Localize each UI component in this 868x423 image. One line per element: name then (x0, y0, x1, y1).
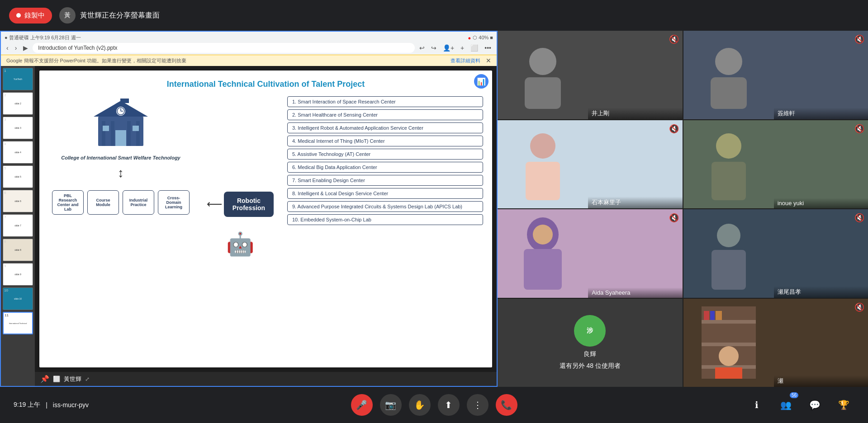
slide-title: International Technical Cultivation of T… (48, 80, 483, 89)
center-item-6: 6. Medical Big Data Application Center (287, 162, 483, 173)
more-users-count: 還有另外 48 位使用者 (560, 362, 621, 370)
separator: | (46, 401, 47, 409)
svg-rect-11 (136, 121, 140, 146)
time-display: 9:19 上午 (14, 401, 40, 409)
robot-figure: 🤖 (222, 221, 258, 267)
camera-button[interactable]: 📷 (380, 394, 402, 416)
bottom-right-controls: ℹ 👥 56 💬 🏆 (746, 394, 854, 416)
more-options-button[interactable]: ⋮ (467, 394, 489, 416)
robotic-box: Robotic Profession (224, 192, 274, 217)
participants-grid: 🔇 井上剛 🔇 簽維軒 🔇 石本麻里子 (498, 31, 868, 387)
chart-icon[interactable]: 📊 (474, 74, 489, 89)
slide-thumb-6[interactable]: 6 slide 6 (3, 190, 33, 212)
recording-button[interactable]: 錄製中 (9, 8, 52, 24)
mute-icon-5: 🔇 (669, 213, 679, 223)
redo-button[interactable]: ↪ (429, 43, 438, 52)
center-item-3: 3. Intelligent Robot & Automated Applica… (287, 122, 483, 133)
slide-thumb-10[interactable]: 10 slide 10 (3, 287, 33, 310)
slide-thumb-9[interactable]: 9 slide 9 (3, 263, 33, 286)
center-item-4: 4. Medical Internet of Thing (MIoT) Cent… (287, 136, 483, 146)
svg-rect-27 (711, 250, 746, 290)
slide-thumbnails-panel: 1 YunTech 2 slide 2 3 slide 3 4 slide 4 … (1, 66, 35, 386)
svg-rect-32 (704, 311, 709, 320)
participant-tile-inoue-yuki: 🔇 inoue yuki (683, 120, 868, 209)
more-users-container: 涉 良輝 還有另外 48 位使用者 (498, 299, 683, 387)
slide-main: 📊 International Technical Cultivation of… (39, 70, 492, 367)
center-item-1: 1. Smart Interaction of Space Research C… (287, 96, 483, 107)
svg-rect-20 (526, 162, 560, 200)
slide-thumb-2[interactable]: 2 slide 2 (3, 92, 33, 115)
video-qian (683, 31, 774, 119)
leave-button[interactable]: 📞 (496, 394, 517, 416)
slide-thumb-1[interactable]: 1 YunTech (3, 68, 33, 90)
recording-dot (16, 13, 21, 18)
slide-thumb-8[interactable]: 8 slide 8 (3, 239, 33, 261)
video-aida (498, 209, 588, 298)
top-bar: 錄製中 黃 黃世輝正在分享螢幕畫面 (0, 0, 868, 31)
vertical-arrow: ↕ (118, 167, 124, 179)
slide-left-panel: College of International Smart Welfare T… (48, 96, 193, 352)
address-bar[interactable]: Introduction of YunTech (v2).pptx (33, 43, 415, 53)
presenter-bottom-name: 黃世輝 (64, 375, 81, 383)
slide-editor-area: 1 YunTech 2 slide 2 3 slide 3 4 slide 4 … (1, 66, 497, 386)
slide-thumb-5[interactable]: 5 slide 5 (3, 165, 33, 188)
svg-rect-33 (710, 311, 715, 320)
info-button[interactable]: ℹ (746, 394, 768, 416)
raise-hand-button[interactable]: ✋ (409, 394, 431, 416)
center-item-7: 7. Smart Enabling Design Center (287, 175, 483, 186)
svg-rect-16 (525, 77, 561, 109)
breadcrumb-text: ● 普通硬碟 上午9:19 6月28日 週一 (5, 34, 81, 41)
mute-icon-4: 🔇 (854, 124, 864, 134)
warning-close-button[interactable]: ✕ (486, 57, 491, 64)
center-item-2: 2. Smart Healthcare of Sensing Center (287, 109, 483, 120)
chat-button[interactable]: 💬 (804, 394, 825, 416)
svg-point-19 (530, 133, 555, 159)
center-item-8: 8. Intelligent & Local Design Service Ce… (287, 188, 483, 199)
forward-button[interactable]: › (13, 43, 19, 52)
slide-thumb-11[interactable]: 11 International Technical (3, 312, 33, 334)
slide-centers-list: 1. Smart Interaction of Space Research C… (287, 96, 483, 352)
recording-label: 錄製中 (24, 11, 45, 20)
zoom-button[interactable]: + (459, 43, 466, 52)
room-id: iss-mucr-pyv (53, 401, 89, 409)
participant-tile-last: 🔇 瀬 (683, 299, 868, 387)
slide-thumb-7[interactable]: 7 slide 7 (3, 214, 33, 237)
more-button[interactable]: ••• (483, 43, 493, 52)
activities-button[interactable]: 🏆 (833, 394, 854, 416)
participant-name-2: 簽維軒 (774, 108, 868, 119)
video-inoue-yuki (683, 120, 774, 209)
back-button[interactable]: ‹ (5, 43, 10, 52)
svg-rect-13 (103, 126, 109, 131)
mute-icon-3: 🔇 (669, 124, 679, 134)
participant-name-5: Aida Syaheera (588, 287, 682, 298)
box-pbl: PBL Research Center and Lab (52, 190, 84, 215)
arrow-row: ⟵ Robotic Profession (207, 192, 274, 217)
participant-tile-seo: 🔇 瀬尾昌孝 (683, 209, 868, 298)
slide-content: 📊 International Technical Cultivation of… (35, 66, 497, 372)
undo-button[interactable]: ↩ (417, 43, 427, 52)
slide-thumb-4[interactable]: 4 slide 4 (3, 141, 33, 164)
presenter-bottom-bar: 📌 ⬜ 黃世輝 ⤢ (35, 372, 497, 386)
svg-rect-3 (121, 99, 129, 103)
participants-badge: 👥 56 (775, 394, 797, 416)
participant-tile-qian: 🔇 簽維軒 (683, 31, 868, 119)
center-item-5: 5. Assistive Technology (AT) Center (287, 149, 483, 160)
play-button[interactable]: ▶ (21, 43, 30, 52)
presenter-avatar: 黃 (59, 7, 76, 24)
svg-point-35 (719, 346, 739, 366)
mute-icon-6: 🔇 (854, 213, 864, 223)
mute-button[interactable]: 🎤 (351, 394, 373, 416)
svg-rect-29 (702, 320, 756, 324)
svg-rect-30 (702, 343, 756, 346)
participant-tile-aida: 🔇 Aida Syaheera (498, 209, 683, 298)
warning-details-link[interactable]: 查看詳細資料 (451, 57, 480, 64)
people-button[interactable]: 👤+ (441, 43, 456, 52)
present-button[interactable]: ⬆ (438, 394, 460, 416)
video-last (683, 299, 774, 387)
screen-share-area: ● 普通硬碟 上午9:19 6月28日 週一 ● ⬡ 40% ■ ‹ › ▶ I… (0, 31, 498, 387)
presenter-name: 黃世輝正在分享螢幕畫面 (80, 11, 160, 20)
box-course: Course Module (87, 190, 119, 215)
svg-point-17 (715, 48, 742, 75)
fullscreen-button[interactable]: ⬜ (469, 43, 480, 52)
slide-thumb-3[interactable]: 3 slide 3 (3, 117, 33, 139)
